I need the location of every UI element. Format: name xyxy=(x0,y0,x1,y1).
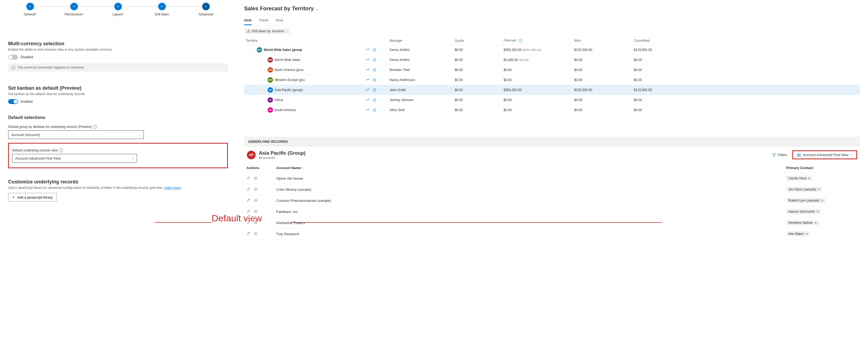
svg-rect-11 xyxy=(797,155,800,155)
contact-chip[interactable]: Heriberto Nathan✕ xyxy=(786,220,819,226)
open-icon[interactable] xyxy=(246,231,251,236)
view-select-highlight[interactable]: Account Advanced Find View ⌵ xyxy=(792,150,857,159)
history-icon[interactable] xyxy=(372,88,377,92)
table-row[interactable]: ›APAsia Pacific (group)John Smith$0.00$3… xyxy=(244,85,860,95)
table-row[interactable]: WSWorld Wide SalesKenny Smith1$0.00$1,00… xyxy=(244,55,860,65)
history-icon[interactable] xyxy=(372,108,377,112)
section-title: Default selections xyxy=(8,115,228,120)
kanban-section: Set kanban as default (Preview) Set kanb… xyxy=(8,85,228,104)
multi-currency-section: Multi-currency selection Enable the abil… xyxy=(8,41,228,72)
step[interactable]: ✓Permissions* xyxy=(52,3,96,16)
contact-chip[interactable]: Alex Baker✕ xyxy=(786,231,810,237)
table-row[interactable]: Alpine Ski HouseCacilia Viera✕ xyxy=(244,173,860,184)
expand-icon[interactable]: › xyxy=(262,78,266,81)
learn-more-link[interactable]: Learn more. xyxy=(164,186,182,190)
table-row[interactable]: AAfricaJeremy Johnson$0.00$0.00$0.00$0.0… xyxy=(244,95,860,105)
section-desc: Enable the ability to view forecast data… xyxy=(8,48,228,51)
open-icon[interactable] xyxy=(246,209,251,213)
chevron-down-icon: ⌵ xyxy=(850,153,852,157)
forecast-cell: $0.00 xyxy=(502,95,572,105)
step[interactable]: ✓Drill down xyxy=(140,3,184,16)
step[interactable]: ✓Advanced xyxy=(184,3,228,16)
step-label: Advanced xyxy=(184,12,228,16)
share-icon[interactable] xyxy=(365,78,370,82)
table-row[interactable]: Northwind TradersHeriberto Nathan✕ xyxy=(244,217,860,229)
table-row[interactable]: Contoso Pharmaceuticals (sample)Robert L… xyxy=(244,195,860,206)
info-icon[interactable]: i xyxy=(519,39,523,42)
manager-cell: Jeremy Johnson xyxy=(388,95,453,105)
quota-cell: $0.00 xyxy=(453,105,502,115)
filters-button[interactable]: Filters xyxy=(772,153,787,157)
info-icon[interactable]: i xyxy=(59,148,63,152)
table-row[interactable]: Fabrikam, Inc.Haroun Stormonth✕ xyxy=(244,206,860,217)
step[interactable]: ✓Layout* xyxy=(96,3,140,16)
add-icon[interactable] xyxy=(254,176,258,180)
tab-flow[interactable]: Flow xyxy=(276,16,283,25)
contact-chip[interactable]: Cacilia Viera✕ xyxy=(786,176,813,181)
table-row[interactable]: Coho Winery (sample)Jim Glynn (sample)✕ xyxy=(244,184,860,195)
share-icon[interactable] xyxy=(365,108,370,112)
col-account[interactable]: Account Name↑ xyxy=(274,163,784,173)
drilldown-pill[interactable]: Drill down by: Account ⌵ xyxy=(244,28,290,34)
avatar: AP xyxy=(247,151,256,159)
svg-rect-0 xyxy=(248,30,249,31)
kanban-toggle[interactable] xyxy=(8,99,18,104)
table-row[interactable]: ›WEWestern Europe (groNancy Andersson$0.… xyxy=(244,75,860,85)
chevron-down-icon[interactable]: ⌵ xyxy=(316,6,318,11)
share-icon[interactable] xyxy=(365,48,370,52)
forecast-cell: $1,000.00($0.00) xyxy=(502,55,572,65)
tab-trend[interactable]: Trend xyxy=(259,16,268,25)
step[interactable]: ✓General* xyxy=(8,3,52,16)
contact-chip[interactable]: Jim Glynn (sample)✕ xyxy=(786,187,823,192)
add-icon[interactable] xyxy=(254,231,258,236)
add-icon[interactable] xyxy=(254,198,258,202)
table-row[interactable]: ›NANorth America (grouBrenden Thiel$0.00… xyxy=(244,65,860,75)
open-icon[interactable] xyxy=(246,176,251,180)
open-icon[interactable] xyxy=(246,220,251,224)
territory-name: World Wide Sales xyxy=(275,58,300,62)
svg-rect-1 xyxy=(247,32,248,33)
quota-cell: $0.00 xyxy=(453,95,502,105)
history-icon[interactable] xyxy=(372,98,377,102)
history-icon[interactable] xyxy=(372,68,377,72)
avatar: WS xyxy=(257,47,262,53)
history-icon[interactable] xyxy=(372,58,377,62)
remove-icon[interactable]: ✕ xyxy=(816,210,819,213)
add-js-library-button[interactable]: ＋ Add a javascript library xyxy=(8,193,56,202)
expand-icon[interactable]: › xyxy=(262,89,266,92)
add-icon[interactable] xyxy=(254,209,258,213)
groupby-select[interactable]: Account (Account) ⌵ xyxy=(8,130,144,139)
history-icon[interactable] xyxy=(372,48,377,52)
default-view-select[interactable]: Account Advanced Find View ⌵ xyxy=(12,154,137,163)
committed-cell: $0.00 xyxy=(632,55,860,65)
hierarchy-icon xyxy=(247,30,250,33)
won-cell: $0.00 xyxy=(572,65,632,75)
remove-icon[interactable]: ✕ xyxy=(821,199,824,202)
open-icon[interactable] xyxy=(246,187,251,191)
add-icon[interactable] xyxy=(254,187,258,191)
table-row[interactable]: ˅WSWorld Wide Sales (groupKenny Smith1$0… xyxy=(244,45,860,55)
share-icon[interactable] xyxy=(365,68,370,72)
expand-icon[interactable]: › xyxy=(262,69,266,72)
remove-icon[interactable]: ✕ xyxy=(808,177,810,180)
remove-icon[interactable]: ✕ xyxy=(818,188,820,191)
table-row[interactable]: SASouth AmericaAlton Stott$0.00$0.00$0.0… xyxy=(244,105,860,115)
table-row[interactable]: Trey ResearchAlex Baker✕ xyxy=(244,229,860,240)
tab-grid[interactable]: Grid xyxy=(244,16,251,25)
share-icon[interactable] xyxy=(365,98,370,102)
contact-chip[interactable]: Robert Lyon (sample)✕ xyxy=(786,198,826,203)
share-icon[interactable] xyxy=(365,58,370,62)
section-desc: Set kanban as the default view for under… xyxy=(8,92,228,96)
won-cell: $0.00 xyxy=(572,75,632,85)
expand-icon[interactable]: ˅ xyxy=(251,48,255,51)
share-icon[interactable] xyxy=(365,88,370,92)
manager-cell: Alton Stott xyxy=(388,105,453,115)
contact-chip[interactable]: Haroun Stormonth✕ xyxy=(786,209,821,214)
remove-icon[interactable]: ✕ xyxy=(806,232,808,236)
info-icon[interactable]: i xyxy=(93,125,97,129)
open-icon[interactable] xyxy=(246,198,251,202)
history-icon[interactable] xyxy=(372,78,377,82)
add-icon[interactable] xyxy=(254,220,258,224)
multi-currency-toggle[interactable] xyxy=(8,55,18,60)
remove-icon[interactable]: ✕ xyxy=(814,221,817,224)
